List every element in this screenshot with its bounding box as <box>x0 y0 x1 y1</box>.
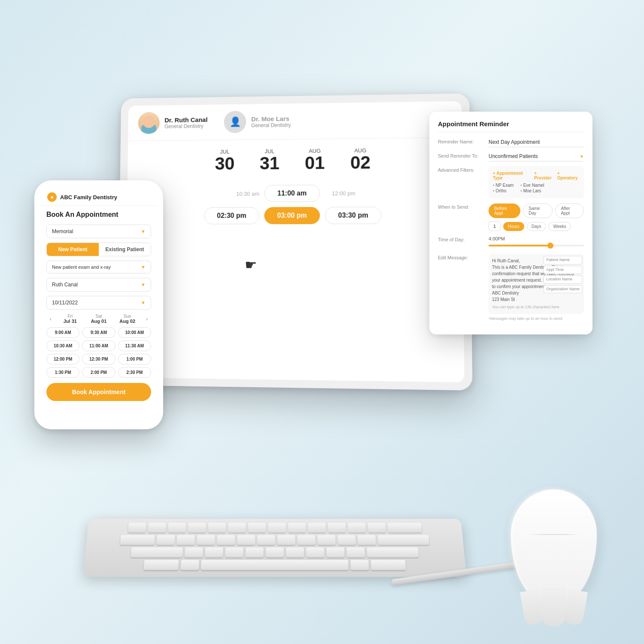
time-slot-1230pm[interactable]: 12:30 PM <box>82 354 115 365</box>
time-slider-area <box>489 245 584 246</box>
time-slot-900am[interactable]: 9:00 AM <box>46 327 79 338</box>
location-select[interactable]: Memorial ▼ <box>46 225 151 238</box>
tablet-slot-0300[interactable]: 03:00 pm <box>264 207 320 224</box>
book-appointment-button[interactable]: Book Appointment <box>46 383 151 401</box>
time-slot-130pm[interactable]: 1:30 PM <box>46 367 79 378</box>
tablet-date-row: JUL 30 JUL 31 AUG 01 AUG 02 <box>137 146 452 173</box>
phone-screen: ● ABC Family Dentistry Book An Appointme… <box>40 186 157 423</box>
key <box>237 535 255 545</box>
doctor-card-moe[interactable]: 👤 Dr. Moe Lars General Dentistry <box>224 110 291 133</box>
dom-jul31: Jul 31 <box>57 319 84 324</box>
key <box>288 523 306 533</box>
tablet-date-jul31[interactable]: JUL 31 <box>250 148 289 173</box>
filter-tag-provider[interactable]: + Provider <box>534 171 554 180</box>
key <box>197 535 215 545</box>
key <box>277 535 295 545</box>
key <box>228 523 246 533</box>
when-chip-before[interactable]: Before Appt <box>489 204 520 218</box>
date-select[interactable]: 10/11/2022 ▼ <box>46 296 151 310</box>
slider-thumb[interactable] <box>547 243 553 249</box>
tablet-date-aug02[interactable]: AUG 02 <box>341 147 380 172</box>
filter-section: + Appointment Type + Provider + Operator… <box>489 167 584 198</box>
time-slot-930am[interactable]: 9:30 AM <box>82 327 115 338</box>
edit-message-value: Hi Ruth Canal, This is a ABC Family Dent… <box>489 254 584 321</box>
send-to-select[interactable]: Unconfirmed Patients ▼ <box>489 152 584 161</box>
tablet-time-slots: 10:30 am 11:00 am 12:00 pm 02:30 pm 03:0… <box>137 184 452 224</box>
when-chip-sameday[interactable]: Same Day <box>523 204 553 218</box>
doctor-avatar-ruth <box>138 112 160 134</box>
tablet-date-jul30[interactable]: JUL 30 <box>206 149 244 173</box>
phone-page-title: Book An Appointment <box>46 211 151 219</box>
msg-tag-location-name[interactable]: Location Name <box>544 275 582 284</box>
time-slider-track[interactable] <box>489 245 584 246</box>
phone-content: Book An Appointment Memorial ▼ New Patie… <box>40 206 157 423</box>
filter-tag-appt[interactable]: + Appointment Type <box>493 171 531 180</box>
unit-chip-weeks[interactable]: Weeks <box>548 222 571 231</box>
tablet-date-aug01[interactable]: AUG 01 <box>295 148 334 172</box>
tablet-time-label-1200: 12:00 pm <box>325 190 355 196</box>
date-value: 10/11/2022 <box>52 300 78 306</box>
key <box>167 523 186 533</box>
key <box>208 523 226 533</box>
filter-tag-operatory[interactable]: + Operatory <box>557 171 580 180</box>
clinic-name: ABC Family Dentistry <box>60 194 117 200</box>
prev-date-button[interactable]: ‹ <box>46 315 55 323</box>
dow-sun: Sun <box>114 314 141 319</box>
time-slot-1130am[interactable]: 11:30 AM <box>118 340 151 351</box>
key <box>286 547 304 557</box>
advanced-filters-label: Advanced Filters: <box>438 167 485 173</box>
tooth-illustration <box>507 489 601 610</box>
tablet-slot-0330[interactable]: 03:30 pm <box>325 207 381 224</box>
time-slot-230pm[interactable]: 2:30 PM <box>118 367 151 378</box>
tablet-slot-0230[interactable]: 02:30 pm <box>204 207 259 224</box>
patient-type-toggle: New Patient Existing Patient <box>46 243 151 256</box>
time-slot-200pm[interactable]: 2:00 PM <box>82 367 115 378</box>
key <box>131 547 183 557</box>
next-date-button[interactable]: › <box>143 315 151 323</box>
key <box>188 523 206 533</box>
chevron-down-icon: ▼ <box>141 282 146 287</box>
key <box>225 547 243 557</box>
existing-patient-button[interactable]: Existing Patient <box>99 243 151 256</box>
appointment-type-select[interactable]: New patient exam and x-ray ▼ <box>46 261 151 273</box>
slider-fill <box>489 245 550 246</box>
unit-chip-days[interactable]: Days <box>527 222 546 231</box>
tablet-screen: Dr. Ruth Canal General Dentistry 👤 Dr. M… <box>125 101 465 383</box>
reminder-name-value: Next Day Appointment <box>489 138 584 147</box>
msg-tag-appt-time[interactable]: Appt Time <box>544 266 582 274</box>
key <box>257 535 275 545</box>
time-slot-1030am[interactable]: 10:30 AM <box>46 340 79 351</box>
when-chip-after[interactable]: After Appt <box>555 204 584 218</box>
key <box>205 547 223 557</box>
key <box>371 560 406 570</box>
reminder-name-input[interactable]: Next Day Appointment <box>489 138 584 147</box>
provider-select[interactable]: Ruth Canal ▼ <box>46 278 151 292</box>
message-tags-float: Patient Name Appt Time Location Name Org… <box>544 256 582 293</box>
key <box>377 535 429 545</box>
tooth-groove <box>528 534 580 535</box>
new-patient-button[interactable]: New Patient <box>47 243 99 256</box>
reminder-name-field: Reminder Name: Next Day Appointment <box>438 138 584 147</box>
filter-appt-item-2: Ortho <box>493 188 513 193</box>
char-count: You can type up to 135 characters here <box>492 304 580 310</box>
time-slot-1200pm[interactable]: 12:00 PM <box>46 354 79 365</box>
key <box>268 523 286 533</box>
unit-chip-hours[interactable]: Hours <box>503 222 524 231</box>
time-slot-100pm[interactable]: 1:00 PM <box>118 354 151 365</box>
doctor-name-moe: Dr. Moe Lars <box>251 115 291 122</box>
msg-tag-org-name[interactable]: Organization Name <box>544 285 582 294</box>
msg-tag-patient-name[interactable]: Patient Name <box>544 256 582 264</box>
when-to-send-field: When to Send: Before Appt Same Day After… <box>438 204 584 231</box>
time-slot-1100am[interactable]: 11:00 AM <box>82 340 115 351</box>
key <box>387 523 422 533</box>
edit-message-label: Edit Message: <box>438 254 485 260</box>
appointment-type-value: New patient exam and x-ray <box>52 264 111 270</box>
tablet-slot-1100[interactable]: 11:00 am <box>264 185 320 202</box>
time-display: 4:00PM <box>489 236 584 241</box>
key <box>308 523 326 533</box>
hours-input[interactable]: 1 <box>489 222 501 231</box>
doctor-card-ruth[interactable]: Dr. Ruth Canal General Dentistry <box>138 111 207 134</box>
time-slot-1000am[interactable]: 10:00 AM <box>118 327 151 338</box>
message-textarea[interactable]: Hi Ruth Canal, This is a ABC Family Dent… <box>489 254 584 314</box>
date-col-fri: Fri Jul 31 <box>57 314 84 324</box>
